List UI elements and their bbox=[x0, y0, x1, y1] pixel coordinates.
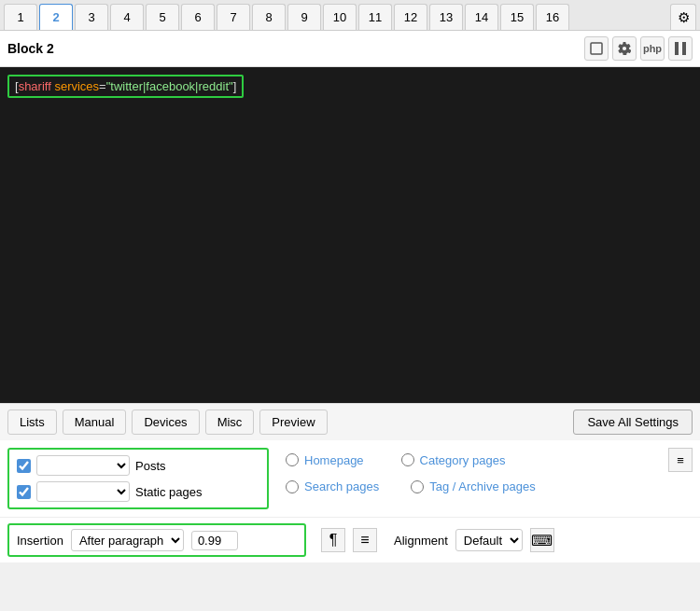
code-editor[interactable]: [shariff services="twitter|facebook|redd… bbox=[0, 67, 700, 403]
category-radio[interactable] bbox=[401, 453, 414, 466]
insertion-section: Insertion After paragraph ¶ ≡ Alignment … bbox=[0, 517, 700, 562]
list-format-icon[interactable]: ≡ bbox=[353, 528, 377, 552]
pause-button[interactable] bbox=[668, 36, 693, 61]
homepage-label: Homepage bbox=[304, 453, 364, 467]
tab-11[interactable]: 11 bbox=[358, 4, 392, 30]
search-label: Search pages bbox=[304, 479, 379, 493]
options-section: Posts Static pages Homepage Category pag… bbox=[0, 440, 700, 517]
tab-14[interactable]: 14 bbox=[465, 4, 498, 30]
tab-9[interactable]: 9 bbox=[287, 4, 321, 30]
code-content: [shariff services="twitter|facebook|redd… bbox=[7, 75, 244, 98]
svg-rect-2 bbox=[682, 42, 686, 55]
posts-select[interactable] bbox=[36, 455, 130, 476]
tab-13[interactable]: 13 bbox=[429, 4, 463, 30]
lists-button[interactable]: Lists bbox=[7, 410, 57, 435]
options-right-row1: Homepage Category pages ≡ bbox=[286, 448, 693, 472]
tab-16[interactable]: 16 bbox=[536, 4, 569, 30]
code-val: "twitter|facebook|reddit" bbox=[106, 79, 233, 93]
tab-7[interactable]: 7 bbox=[217, 4, 250, 30]
static-pages-row: Static pages bbox=[17, 481, 259, 502]
fullscreen-button[interactable] bbox=[584, 36, 609, 61]
code-tag: shariff bbox=[19, 79, 51, 93]
paragraph-icon[interactable]: ¶ bbox=[321, 528, 345, 552]
search-group: Search pages bbox=[286, 479, 379, 493]
category-group: Category pages bbox=[401, 453, 506, 467]
tab-3[interactable]: 3 bbox=[75, 4, 108, 30]
tag-archive-radio[interactable] bbox=[411, 480, 424, 493]
static-pages-select[interactable] bbox=[36, 481, 130, 502]
save-all-settings-button[interactable]: Save All Settings bbox=[573, 410, 693, 435]
preview-button[interactable]: Preview bbox=[259, 410, 327, 435]
keyboard-icon[interactable]: ⌨ bbox=[530, 528, 554, 552]
static-pages-checkbox[interactable] bbox=[17, 485, 31, 499]
posts-checkbox[interactable] bbox=[17, 459, 31, 473]
insertion-right-icons: ¶ ≡ Alignment Default ⌨ bbox=[321, 528, 554, 552]
options-right-row2: Search pages Tag / Archive pages bbox=[286, 479, 693, 493]
bottom-toolbar: Lists Manual Devices Misc Preview Save A… bbox=[0, 403, 700, 440]
posts-label: Posts bbox=[135, 459, 166, 473]
insertion-box: Insertion After paragraph bbox=[7, 523, 306, 557]
gear-icon[interactable]: ⚙ bbox=[670, 4, 696, 30]
insertion-select[interactable]: After paragraph bbox=[71, 529, 184, 551]
code-eq: = bbox=[99, 79, 106, 93]
tab-10[interactable]: 10 bbox=[323, 4, 357, 30]
tab-5[interactable]: 5 bbox=[146, 4, 179, 30]
alignment-label: Alignment bbox=[394, 534, 448, 548]
posts-row: Posts bbox=[17, 455, 259, 476]
misc-button[interactable]: Misc bbox=[205, 410, 255, 435]
tag-archive-group: Tag / Archive pages bbox=[411, 479, 535, 493]
block-header: Block 2 php bbox=[0, 31, 700, 67]
tab-2[interactable]: 2 bbox=[39, 4, 73, 30]
alignment-select[interactable]: Default bbox=[455, 529, 523, 551]
homepage-group: Homepage bbox=[286, 453, 364, 467]
tab-15[interactable]: 15 bbox=[500, 4, 534, 30]
homepage-radio[interactable] bbox=[286, 453, 299, 466]
tab-1[interactable]: 1 bbox=[4, 4, 37, 30]
svg-rect-0 bbox=[591, 43, 602, 54]
search-radio[interactable] bbox=[286, 480, 299, 493]
tag-archive-label: Tag / Archive pages bbox=[429, 479, 535, 493]
tab-bar: 1 2 3 4 5 6 7 8 9 10 11 12 13 14 15 16 ⚙ bbox=[0, 0, 700, 31]
tab-8[interactable]: 8 bbox=[252, 4, 286, 30]
block-header-icons: php bbox=[584, 36, 693, 61]
static-pages-label: Static pages bbox=[135, 485, 203, 499]
tab-6[interactable]: 6 bbox=[181, 4, 215, 30]
tab-4[interactable]: 4 bbox=[110, 4, 144, 30]
category-label: Category pages bbox=[420, 453, 506, 467]
align-lines-icon[interactable]: ≡ bbox=[668, 448, 693, 472]
devices-button[interactable]: Devices bbox=[132, 410, 199, 435]
php-button[interactable]: php bbox=[640, 36, 665, 61]
post-options-box: Posts Static pages bbox=[7, 448, 269, 509]
page-type-options: Homepage Category pages ≡ Search pages T… bbox=[278, 448, 693, 509]
svg-rect-1 bbox=[675, 42, 679, 55]
code-attr: services bbox=[51, 79, 99, 93]
insertion-value-input[interactable] bbox=[191, 531, 238, 550]
insertion-label: Insertion bbox=[17, 534, 63, 548]
bracket-close: ] bbox=[233, 79, 237, 93]
manual-button[interactable]: Manual bbox=[63, 410, 127, 435]
tab-12[interactable]: 12 bbox=[394, 4, 427, 30]
wrench-button[interactable] bbox=[612, 36, 637, 61]
block-title: Block 2 bbox=[7, 41, 54, 56]
